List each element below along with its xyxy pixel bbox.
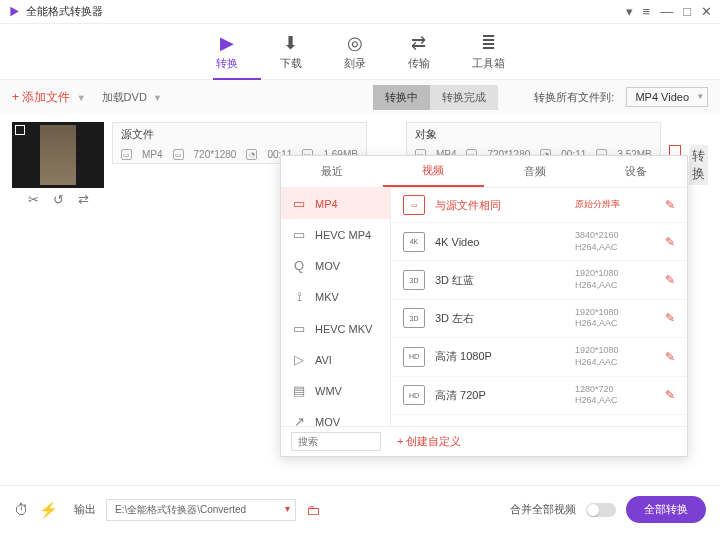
clip-tools: ✂ ↺ ⇄ xyxy=(12,192,104,207)
merge-label: 合并全部视频 xyxy=(510,502,576,517)
cut-icon[interactable]: ✂ xyxy=(28,192,39,207)
format-item-mov[interactable]: ↗MOV xyxy=(281,406,390,426)
output-label: 输出 xyxy=(74,502,96,517)
preset-icon: 4K xyxy=(403,232,425,252)
edit-icon[interactable]: ✎ xyxy=(665,273,675,287)
format-item-mov[interactable]: QMOV xyxy=(281,250,390,281)
output-path-select[interactable]: E:\全能格式转换器\Converted xyxy=(106,499,296,521)
adjust-icon[interactable]: ⇄ xyxy=(78,192,89,207)
res-icon: ▭ xyxy=(173,149,184,160)
preset-name: 4K Video xyxy=(435,236,565,248)
format-item-mkv[interactable]: ⟟MKV xyxy=(281,281,390,313)
tab-convert[interactable]: ▶转换 xyxy=(216,32,238,71)
app-logo-icon xyxy=(8,6,20,18)
target-format-select[interactable]: MP4 Video xyxy=(626,87,708,107)
format-type-icon: ⟟ xyxy=(291,289,307,305)
rotate-icon[interactable]: ↺ xyxy=(53,192,64,207)
format-type-icon: ▤ xyxy=(291,383,307,398)
target-title: 对象 xyxy=(407,123,660,146)
add-custom-button[interactable]: + 创建自定义 xyxy=(397,434,461,449)
footer: ⏱ ⚡ 输出 E:\全能格式转换器\Converted 🗀 合并全部视频 全部转… xyxy=(0,485,720,533)
preset-detail: 3840*2160H264,AAC xyxy=(575,230,655,253)
tab-toolbox[interactable]: ≣工具箱 xyxy=(472,32,505,71)
preset-icon: HD xyxy=(403,347,425,367)
titlebar: 全能格式转换器 ▾ ≡ — □ ✕ xyxy=(0,0,720,24)
convert-all-button[interactable]: 全部转换 xyxy=(626,496,706,523)
bolt-icon[interactable]: ⚡ xyxy=(39,501,58,519)
preset-item[interactable]: HD高清 1080P1920*1080H264,AAC✎ xyxy=(391,338,687,376)
format-item-hevc-mkv[interactable]: ▭HEVC MKV xyxy=(281,313,390,344)
minimize-icon[interactable]: — xyxy=(660,4,673,19)
preset-detail: 1280*720H264,AAC xyxy=(575,384,655,407)
format-item-hevc-mp4[interactable]: ▭HEVC MP4 xyxy=(281,219,390,250)
format-type-icon: ▷ xyxy=(291,352,307,367)
burn-icon: ◎ xyxy=(347,32,363,54)
preset-detail: 1920*1080H264,AAC xyxy=(575,307,655,330)
source-title: 源文件 xyxy=(113,123,366,146)
preset-item[interactable]: ▭与源文件相同原始分辨率✎ xyxy=(391,188,687,223)
format-item-mp4[interactable]: ▭MP4 xyxy=(281,188,390,219)
dd-tab-video[interactable]: 视频 xyxy=(383,156,485,187)
dd-tab-recent[interactable]: 最近 xyxy=(281,156,383,187)
toolbar: + 添加文件 ▼ 加载DVD ▼ 转换中 转换完成 转换所有文件到: MP4 V… xyxy=(0,80,720,114)
tab-indicator xyxy=(213,78,261,80)
seg-completed[interactable]: 转换完成 xyxy=(430,85,498,110)
edit-icon[interactable]: ✎ xyxy=(665,388,675,402)
toolbox-icon: ≣ xyxy=(481,32,496,54)
format-type-icon: ▭ xyxy=(291,321,307,336)
preset-detail: 1920*1080H264,AAC xyxy=(575,268,655,291)
merge-toggle[interactable] xyxy=(586,503,616,517)
user-icon[interactable]: ▾ xyxy=(626,4,633,19)
main-tabs: ▶转换 ⬇下载 ◎刻录 ⇄传输 ≣工具箱 xyxy=(0,24,720,80)
format-item-avi[interactable]: ▷AVI xyxy=(281,344,390,375)
select-checkbox[interactable] xyxy=(15,125,25,135)
preset-detail: 原始分辨率 xyxy=(575,199,655,211)
format-list: ▭MP4▭HEVC MP4QMOV⟟MKV▭HEVC MKV▷AVI▤WMV↗M… xyxy=(281,188,391,426)
dd-tab-device[interactable]: 设备 xyxy=(586,156,688,187)
timer-icon[interactable]: ⏱ xyxy=(14,501,29,518)
preset-name: 与源文件相同 xyxy=(435,198,565,213)
tab-transfer[interactable]: ⇄传输 xyxy=(408,32,430,71)
load-dvd-button[interactable]: 加载DVD ▼ xyxy=(102,90,162,105)
video-thumbnail[interactable] xyxy=(12,122,104,188)
convert-button[interactable]: 转换 xyxy=(689,145,708,185)
format-type-icon: Q xyxy=(291,258,307,273)
open-folder-icon[interactable]: 🗀 xyxy=(306,502,320,518)
add-file-button[interactable]: + 添加文件 ▼ xyxy=(12,89,86,106)
format-type-icon: ▭ xyxy=(291,196,307,211)
edit-icon[interactable]: ✎ xyxy=(665,311,675,325)
preset-item[interactable]: 3D3D 左右1920*1080H264,AAC✎ xyxy=(391,300,687,338)
preset-item[interactable]: 3D3D 红蓝1920*1080H264,AAC✎ xyxy=(391,261,687,299)
preset-icon: ▭ xyxy=(403,195,425,215)
edit-icon[interactable]: ✎ xyxy=(665,198,675,212)
tab-burn[interactable]: ◎刻录 xyxy=(344,32,366,71)
preset-item[interactable]: 4K4K Video3840*2160H264,AAC✎ xyxy=(391,223,687,261)
tab-download[interactable]: ⬇下载 xyxy=(280,32,302,71)
convert-icon: ▶ xyxy=(220,32,234,54)
download-icon: ⬇ xyxy=(283,32,298,54)
format-type-icon: ↗ xyxy=(291,414,307,426)
preset-item[interactable]: HD高清 720P1280*720H264,AAC✎ xyxy=(391,377,687,415)
preset-icon: 3D xyxy=(403,270,425,290)
app-title: 全能格式转换器 xyxy=(26,4,103,19)
preset-name: 高清 1080P xyxy=(435,349,565,364)
clock-icon: ◔ xyxy=(246,149,257,160)
edit-icon[interactable]: ✎ xyxy=(665,235,675,249)
close-icon[interactable]: ✕ xyxy=(701,4,712,19)
preset-icon: 3D xyxy=(403,308,425,328)
preset-icon: HD xyxy=(403,385,425,405)
seg-converting[interactable]: 转换中 xyxy=(373,85,430,110)
maximize-icon[interactable]: □ xyxy=(683,4,691,19)
preset-name: 3D 红蓝 xyxy=(435,273,565,288)
dd-tab-audio[interactable]: 音频 xyxy=(484,156,586,187)
menu-icon[interactable]: ≡ xyxy=(643,4,651,19)
format-dropdown: 最近 视频 音频 设备 ▭MP4▭HEVC MP4QMOV⟟MKV▭HEVC M… xyxy=(280,155,688,457)
preset-list: ▭与源文件相同原始分辨率✎4K4K Video3840*2160H264,AAC… xyxy=(391,188,687,426)
format-icon: ▭ xyxy=(121,149,132,160)
edit-icon[interactable]: ✎ xyxy=(665,350,675,364)
format-type-icon: ▭ xyxy=(291,227,307,242)
search-input[interactable] xyxy=(291,432,381,451)
preset-detail: 1920*1080H264,AAC xyxy=(575,345,655,368)
format-item-wmv[interactable]: ▤WMV xyxy=(281,375,390,406)
target-all-label: 转换所有文件到: xyxy=(534,90,614,105)
